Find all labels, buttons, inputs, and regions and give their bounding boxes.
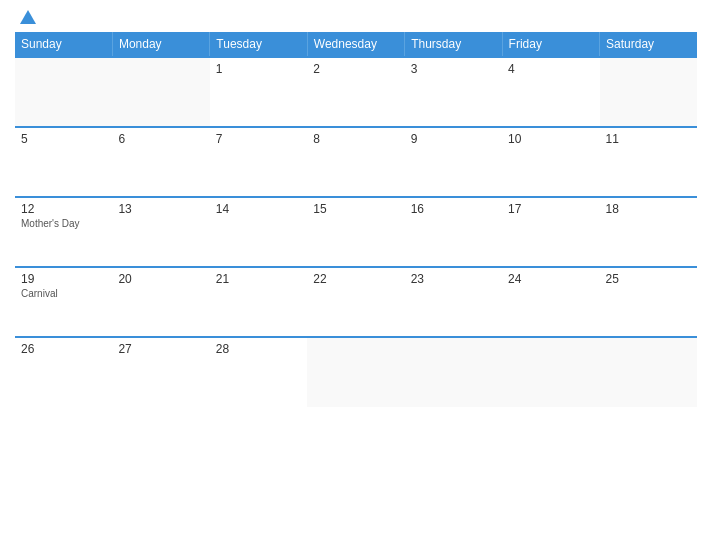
calendar-cell: 14 — [210, 197, 307, 267]
day-number: 18 — [606, 202, 691, 216]
day-number: 6 — [118, 132, 203, 146]
calendar-cell: 7 — [210, 127, 307, 197]
calendar-cell: 15 — [307, 197, 404, 267]
week-row-5: 262728 — [15, 337, 697, 407]
calendar-cell: 25 — [600, 267, 697, 337]
calendar-cell — [112, 57, 209, 127]
day-number: 11 — [606, 132, 691, 146]
calendar-cell: 28 — [210, 337, 307, 407]
calendar-cell: 8 — [307, 127, 404, 197]
day-number: 1 — [216, 62, 301, 76]
calendar-cell — [502, 337, 599, 407]
calendar-page: SundayMondayTuesdayWednesdayThursdayFrid… — [0, 0, 712, 550]
day-number: 3 — [411, 62, 496, 76]
calendar-cell: 16 — [405, 197, 502, 267]
day-number: 8 — [313, 132, 398, 146]
logo-triangle-icon — [20, 10, 36, 24]
week-row-1: 1234 — [15, 57, 697, 127]
calendar-cell — [307, 337, 404, 407]
day-number: 4 — [508, 62, 593, 76]
day-number: 23 — [411, 272, 496, 286]
calendar-cell: 21 — [210, 267, 307, 337]
weekday-header-saturday: Saturday — [600, 32, 697, 57]
weekday-header-monday: Monday — [112, 32, 209, 57]
calendar-table: SundayMondayTuesdayWednesdayThursdayFrid… — [15, 32, 697, 407]
calendar-cell — [15, 57, 112, 127]
weekday-header-wednesday: Wednesday — [307, 32, 404, 57]
calendar-cell: 9 — [405, 127, 502, 197]
week-row-4: 19Carnival202122232425 — [15, 267, 697, 337]
day-number: 7 — [216, 132, 301, 146]
calendar-cell: 11 — [600, 127, 697, 197]
calendar-cell: 18 — [600, 197, 697, 267]
day-number: 16 — [411, 202, 496, 216]
calendar-cell: 2 — [307, 57, 404, 127]
day-number: 9 — [411, 132, 496, 146]
day-number: 20 — [118, 272, 203, 286]
calendar-cell — [600, 337, 697, 407]
calendar-cell — [600, 57, 697, 127]
day-number: 27 — [118, 342, 203, 356]
calendar-cell: 4 — [502, 57, 599, 127]
weekday-header-thursday: Thursday — [405, 32, 502, 57]
calendar-cell: 20 — [112, 267, 209, 337]
calendar-cell: 27 — [112, 337, 209, 407]
calendar-cell: 12Mother's Day — [15, 197, 112, 267]
weekday-header-sunday: Sunday — [15, 32, 112, 57]
day-number: 22 — [313, 272, 398, 286]
day-number: 2 — [313, 62, 398, 76]
calendar-cell — [405, 337, 502, 407]
day-number: 10 — [508, 132, 593, 146]
calendar-cell: 3 — [405, 57, 502, 127]
day-event: Mother's Day — [21, 218, 106, 229]
calendar-cell: 22 — [307, 267, 404, 337]
weekday-header-row: SundayMondayTuesdayWednesdayThursdayFrid… — [15, 32, 697, 57]
day-number: 13 — [118, 202, 203, 216]
day-number: 25 — [606, 272, 691, 286]
weekday-header-friday: Friday — [502, 32, 599, 57]
week-row-2: 567891011 — [15, 127, 697, 197]
weekday-header-tuesday: Tuesday — [210, 32, 307, 57]
calendar-cell: 1 — [210, 57, 307, 127]
calendar-cell: 6 — [112, 127, 209, 197]
calendar-cell: 19Carnival — [15, 267, 112, 337]
day-number: 21 — [216, 272, 301, 286]
logo — [17, 10, 39, 24]
day-number: 24 — [508, 272, 593, 286]
calendar-cell: 13 — [112, 197, 209, 267]
calendar-cell: 10 — [502, 127, 599, 197]
calendar-cell: 24 — [502, 267, 599, 337]
day-number: 26 — [21, 342, 106, 356]
day-number: 15 — [313, 202, 398, 216]
day-number: 17 — [508, 202, 593, 216]
day-number: 5 — [21, 132, 106, 146]
calendar-cell: 5 — [15, 127, 112, 197]
header — [15, 10, 697, 24]
day-number: 12 — [21, 202, 106, 216]
day-event: Carnival — [21, 288, 106, 299]
day-number: 28 — [216, 342, 301, 356]
calendar-cell: 17 — [502, 197, 599, 267]
day-number: 14 — [216, 202, 301, 216]
day-number: 19 — [21, 272, 106, 286]
week-row-3: 12Mother's Day131415161718 — [15, 197, 697, 267]
calendar-cell: 26 — [15, 337, 112, 407]
calendar-cell: 23 — [405, 267, 502, 337]
